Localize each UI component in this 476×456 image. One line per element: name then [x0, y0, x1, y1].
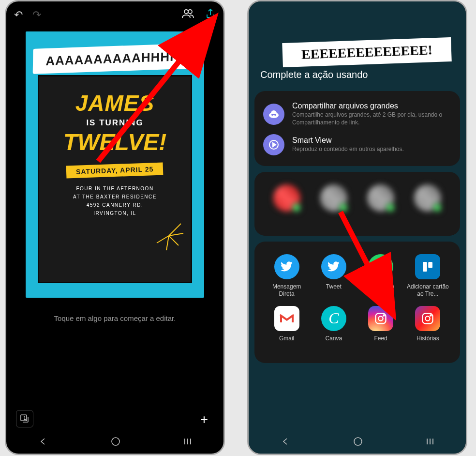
contacts-section: [254, 172, 460, 236]
home-icon[interactable]: [111, 437, 120, 448]
poster-age: TWELVE!: [63, 129, 166, 155]
poster-date: SATURDAY, APRIL 25: [76, 165, 154, 176]
instagram-icon: [368, 306, 393, 331]
apps-section: Mensagem Direta Tweet WhatsApp Adicionar…: [254, 242, 460, 363]
smart-view-option[interactable]: Smart View Reproduz o conteúdo em outros…: [261, 130, 453, 159]
option-subtitle: Reproduz o conteúdo em outros aparelhos.: [292, 146, 451, 153]
option-subtitle: Compartilhe arquivos grandes, até 2 GB p…: [292, 111, 451, 126]
android-navbar: [249, 431, 466, 454]
poster-design[interactable]: AAAAAAAAAAHHHH! JAMES IS TURNING TWELVE!…: [26, 31, 204, 298]
collaborators-icon[interactable]: [182, 8, 194, 22]
detail-line: IRVINGTON, IL: [73, 209, 157, 217]
app-instagram-stories[interactable]: Histórias: [404, 306, 451, 342]
bg-banner-text: EEEEEEEEEEEEEE!: [301, 42, 433, 62]
edit-prompt: Toque em algo para começar a editar.: [6, 314, 223, 322]
contact-item[interactable]: [319, 184, 348, 219]
option-title: Compartilhar arquivos grandes: [292, 102, 451, 110]
contact-item[interactable]: [366, 184, 395, 219]
svg-marker-20: [273, 143, 276, 147]
app-canva[interactable]: CCanva: [310, 306, 357, 342]
option-title: Smart View: [292, 136, 451, 145]
canva-icon: C: [321, 306, 346, 331]
app-instagram-feed[interactable]: Feed: [357, 306, 404, 342]
app-label: Canva: [326, 335, 342, 342]
share-sheet-screen: EEEEEEEEEEEEEE! Complete a ação usando C…: [247, 0, 467, 455]
avatar: [414, 184, 441, 212]
svg-rect-21: [423, 262, 427, 272]
twitter-icon: [321, 254, 346, 279]
poster-turning: IS TURNING: [86, 118, 143, 128]
back-icon[interactable]: [280, 436, 291, 449]
undo-icon[interactable]: ↶: [14, 9, 23, 21]
app-label: Gmail: [279, 335, 294, 342]
canvas-area[interactable]: AAAAAAAAAAHHHH! JAMES IS TURNING TWELVE!…: [6, 29, 223, 301]
whatsapp-icon: [368, 254, 393, 279]
svg-line-4: [169, 236, 178, 245]
home-icon[interactable]: [353, 437, 363, 448]
app-label: Tweet: [326, 283, 342, 290]
poster-banner: AAAAAAAAAAHHHH!: [33, 43, 197, 74]
svg-point-27: [426, 316, 430, 320]
svg-point-29: [354, 438, 362, 445]
app-label: Histórias: [416, 335, 439, 342]
contact-name: [272, 214, 301, 219]
poster-details: FOUR IN THE AFTERNOON AT THE BAXTER RESI…: [73, 184, 157, 217]
svg-point-28: [431, 315, 431, 316]
svg-point-8: [112, 438, 119, 445]
detail-line: FOUR IN THE AFTERNOON: [73, 184, 157, 193]
poster-name: JAMES: [75, 90, 154, 116]
share-icon[interactable]: [205, 8, 216, 22]
contact-name: [413, 214, 442, 219]
share-sheet-title: Complete a ação usando: [260, 69, 368, 80]
contact-name: [319, 214, 348, 219]
avatar: [320, 184, 347, 212]
recents-icon[interactable]: [426, 437, 434, 448]
avatar: [367, 184, 394, 212]
instagram-icon: [415, 306, 440, 331]
contact-name: [366, 214, 395, 219]
svg-point-0: [184, 10, 188, 14]
editor-toolbar: ↶ ↷: [6, 1, 223, 29]
trello-icon: [415, 254, 440, 279]
gmail-icon: [274, 306, 299, 331]
large-files-option[interactable]: Compartilhar arquivos grandes Compartilh…: [261, 98, 453, 130]
svg-point-25: [383, 315, 384, 316]
svg-point-24: [378, 316, 383, 320]
back-icon[interactable]: [38, 436, 48, 449]
poster-card: JAMES IS TURNING TWELVE! SATURDAY, APRIL…: [38, 75, 192, 283]
contact-item[interactable]: [272, 184, 301, 219]
contact-item[interactable]: [413, 184, 442, 219]
svg-rect-22: [429, 262, 433, 268]
app-label: Mensagem Direta: [265, 283, 309, 297]
app-label: Feed: [374, 335, 387, 342]
twitter-icon: [274, 254, 299, 279]
app-twitter-tweet[interactable]: Tweet: [310, 254, 357, 297]
banner-text: AAAAAAAAAAHHHH!: [45, 48, 184, 68]
app-trello[interactable]: Adicionar cartão ao Tre...: [404, 254, 451, 297]
avatar: [273, 184, 300, 212]
detail-line: AT THE BAXTER RESIDENCE: [73, 193, 157, 201]
editor-screen: ↶ ↷ AAAAAAAAAAHHHH! JAMES IS TURNING: [5, 0, 225, 455]
app-whatsapp[interactable]: WhatsApp: [357, 254, 404, 297]
share-options-section: Compartilhar arquivos grandes Compartilh…: [254, 91, 460, 166]
redo-icon[interactable]: ↷: [32, 9, 41, 21]
svg-point-1: [188, 10, 192, 14]
page-count: 1: [23, 415, 26, 421]
svg-line-5: [166, 236, 169, 250]
smart-view-icon: [263, 134, 284, 155]
cloud-link-icon: [263, 104, 284, 125]
date-banner: SATURDAY, APRIL 25: [66, 163, 164, 179]
svg-line-6: [157, 236, 169, 243]
app-label: Adicionar cartão ao Tre...: [406, 283, 449, 297]
app-label: WhatsApp: [367, 283, 394, 290]
android-navbar: [6, 431, 223, 454]
app-twitter-dm[interactable]: Mensagem Direta: [263, 254, 310, 297]
detail-line: 4592 CANNERY RD.: [73, 201, 157, 209]
svg-rect-18: [272, 114, 275, 115]
recents-icon[interactable]: [183, 437, 192, 448]
burst-decoration: [152, 219, 186, 253]
bottom-toolbar: 1 +: [6, 410, 223, 429]
add-button[interactable]: +: [194, 410, 214, 429]
page-count-button[interactable]: 1: [16, 410, 33, 427]
app-gmail[interactable]: Gmail: [263, 306, 310, 342]
